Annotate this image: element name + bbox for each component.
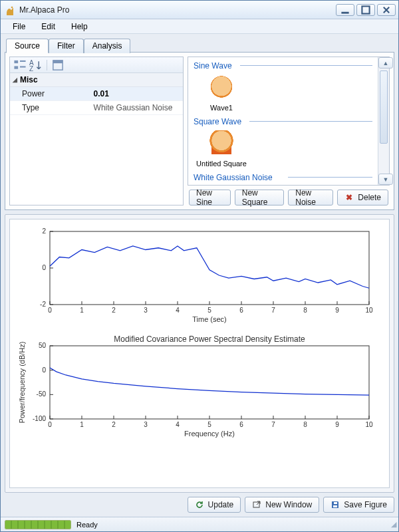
svg-text:-50: -50 (37, 390, 47, 398)
scroll-thumb[interactable] (380, 70, 388, 144)
svg-text:7: 7 (271, 421, 275, 428)
propgrid-category[interactable]: ◢ Misc (10, 73, 183, 87)
item-label: Untitled Square (196, 160, 247, 168)
group-noise-label: White Gaussian Noise (188, 170, 378, 184)
wave-thumbnail-icon (205, 74, 238, 104)
svg-text:7: 7 (271, 307, 275, 314)
categorized-icon[interactable] (13, 59, 27, 72)
svg-text:Time (sec): Time (sec) (192, 315, 227, 323)
svg-text:4: 4 (176, 421, 180, 428)
menu-help[interactable]: Help (65, 21, 94, 33)
svg-text:2: 2 (112, 307, 116, 314)
svg-text:0: 0 (42, 366, 46, 374)
close-button[interactable] (377, 4, 396, 16)
category-label: Misc (20, 75, 38, 84)
svg-text:5: 5 (207, 421, 211, 428)
titlebar: Mr.Alpaca Pro (1, 1, 398, 19)
svg-rect-76 (333, 505, 337, 507)
svg-text:-100: -100 (33, 415, 46, 422)
group-sine-label: Sine Wave (188, 59, 378, 72)
gallery-item[interactable]: Wave1 (195, 74, 248, 112)
new-window-button[interactable]: New Window (245, 497, 319, 513)
gallery-scrollbar[interactable]: ▲ ▼ (378, 57, 389, 185)
status-text: Ready (76, 521, 98, 529)
statusbar: Ready ◢ (1, 517, 398, 531)
gallery-buttons: New Sine New Square New Noise ✖Delete (188, 186, 390, 205)
toolbar-divider (47, 60, 47, 70)
new-square-button[interactable]: New Square (235, 190, 284, 205)
svg-text:Z: Z (29, 65, 33, 71)
svg-text:Power/frequency (dB/Hz): Power/frequency (dB/Hz) (18, 342, 26, 424)
svg-rect-41 (50, 346, 369, 419)
wave-thumbnail-icon (205, 130, 238, 160)
svg-text:5: 5 (207, 307, 211, 314)
menu-file[interactable]: File (6, 21, 32, 33)
tabs-strip: Source Filter Analysis (5, 38, 394, 53)
svg-text:3: 3 (144, 421, 148, 428)
charts-panel: 012345678910-202Time (sec)012345678910-1… (5, 214, 394, 493)
window-title: Mr.Alpaca Pro (19, 5, 332, 15)
svg-rect-10 (53, 60, 63, 63)
menu-edit[interactable]: Edit (35, 21, 62, 33)
svg-text:2: 2 (112, 421, 116, 428)
resize-grip-icon[interactable]: ◢ (391, 520, 394, 529)
svg-rect-5 (20, 60, 26, 61)
alphabetical-icon[interactable]: AZ (29, 59, 43, 72)
content-area: Source Filter Analysis AZ (1, 34, 398, 517)
new-sine-button[interactable]: New Sine (189, 190, 231, 205)
tab-source[interactable]: Source (6, 39, 49, 53)
svg-text:6: 6 (239, 307, 243, 314)
new-noise-button[interactable]: New Noise (288, 190, 333, 205)
source-body: AZ ◢ Misc Power (5, 52, 394, 210)
maximize-button[interactable] (356, 4, 375, 16)
svg-text:4: 4 (176, 307, 180, 314)
prop-key: Power (10, 87, 90, 100)
svg-text:Frequency (Hz): Frequency (Hz) (184, 430, 235, 438)
prop-row-power[interactable]: Power 0.01 (10, 87, 183, 101)
window-buttons (336, 4, 396, 16)
gallery-inner: Sine Wave Wave1 Square Wave Untitled Squ… (188, 57, 378, 185)
prop-value[interactable]: 0.01 (90, 87, 183, 100)
item-label: Wave1 (210, 104, 233, 112)
scroll-down-icon[interactable]: ▼ (378, 174, 393, 185)
delete-button[interactable]: ✖Delete (337, 190, 388, 205)
refresh-icon (195, 500, 204, 509)
tab-filter[interactable]: Filter (49, 39, 84, 53)
collapse-icon: ◢ (13, 76, 17, 83)
save-figure-button[interactable]: Save Figure (323, 497, 394, 513)
svg-rect-77 (334, 502, 337, 504)
group-square-label: Square Wave (188, 114, 378, 128)
svg-rect-1 (341, 11, 348, 13)
scroll-up-icon[interactable]: ▲ (378, 57, 393, 68)
save-icon (331, 500, 340, 509)
propgrid-toolbar: AZ (10, 57, 183, 73)
minimize-button[interactable] (336, 4, 354, 16)
prop-row-type[interactable]: Type White Gaussian Noise (10, 101, 183, 115)
wave-gallery: Sine Wave Wave1 Square Wave Untitled Squ… (188, 57, 390, 186)
svg-text:1: 1 (80, 307, 84, 314)
app-icon (5, 5, 15, 15)
svg-rect-4 (14, 66, 18, 68)
svg-rect-11 (50, 231, 369, 305)
figure-buttons: Update New Window Save Figure (5, 497, 394, 513)
property-pages-icon[interactable] (51, 59, 65, 72)
svg-point-0 (11, 6, 13, 8)
app-window: Mr.Alpaca Pro File Edit Help Source Filt… (0, 0, 399, 532)
charts-svg: 012345678910-202Time (sec)012345678910-1… (10, 219, 382, 446)
property-grid: AZ ◢ Misc Power (9, 57, 184, 205)
progress-bar (5, 520, 71, 529)
delete-icon: ✖ (344, 193, 354, 202)
prop-value[interactable]: White Gaussian Noise (90, 101, 183, 114)
svg-text:1: 1 (80, 421, 84, 428)
svg-text:8: 8 (303, 421, 307, 428)
update-button[interactable]: Update (188, 497, 241, 513)
svg-rect-2 (362, 6, 369, 13)
svg-text:-2: -2 (40, 301, 46, 308)
svg-text:6: 6 (239, 421, 243, 428)
svg-text:Modified Covariance Power Spec: Modified Covariance Power Spectral Densi… (114, 334, 305, 344)
tab-analysis[interactable]: Analysis (84, 39, 131, 53)
svg-text:9: 9 (335, 421, 339, 428)
svg-rect-3 (14, 60, 18, 63)
svg-text:50: 50 (39, 342, 47, 349)
gallery-item[interactable]: Untitled Square (195, 130, 248, 168)
